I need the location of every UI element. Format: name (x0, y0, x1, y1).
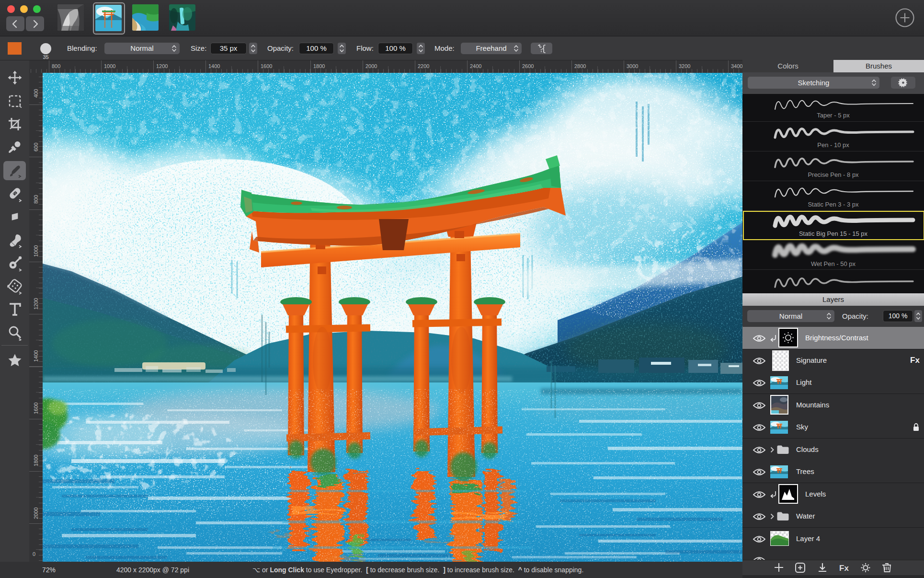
svg-text:Fx: Fx (839, 564, 849, 573)
